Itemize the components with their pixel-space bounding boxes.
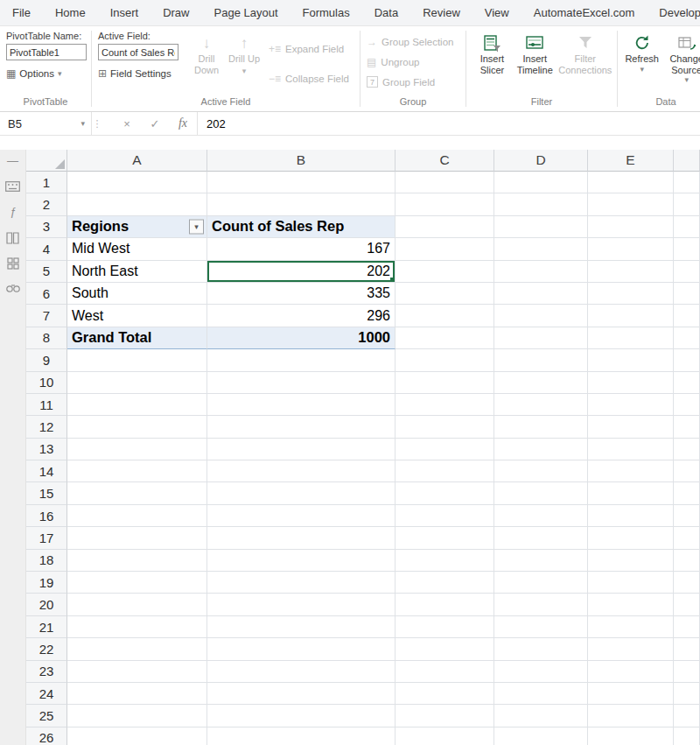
cell-C3[interactable] <box>396 216 494 238</box>
grid-icon[interactable] <box>7 257 19 270</box>
filter-connections-button[interactable]: Filter Connections <box>558 31 612 96</box>
tab-insert[interactable]: Insert <box>98 0 151 25</box>
cell-A8[interactable]: Grand Total <box>67 327 207 349</box>
enter-icon[interactable]: ✓ <box>141 117 169 130</box>
binoculars-icon[interactable] <box>6 283 20 293</box>
row-header-7[interactable]: 7 <box>26 305 67 327</box>
cell-B2[interactable] <box>207 193 396 215</box>
cell-C17[interactable] <box>396 527 494 549</box>
select-all-corner[interactable] <box>26 150 67 172</box>
row-header-11[interactable]: 11 <box>26 394 67 416</box>
cell-E24[interactable] <box>588 683 674 705</box>
cell-A15[interactable] <box>67 482 207 504</box>
column-header-D[interactable]: D <box>494 150 588 172</box>
pivottable-name-input[interactable] <box>6 44 87 60</box>
cell-B4[interactable]: 167 <box>207 238 396 260</box>
cell-A12[interactable] <box>67 416 207 438</box>
cell-D8[interactable] <box>494 327 588 349</box>
row-header-22[interactable]: 22 <box>26 638 67 660</box>
row-header-4[interactable]: 4 <box>26 238 67 260</box>
cell-E23[interactable] <box>588 661 674 683</box>
tab-file[interactable]: File <box>0 0 43 25</box>
cell-partial19[interactable] <box>674 572 700 594</box>
cell-B12[interactable] <box>207 416 396 438</box>
cell-A3[interactable]: Regions▾ <box>67 216 207 238</box>
cell-A11[interactable] <box>67 394 207 416</box>
cell-E6[interactable] <box>588 283 674 305</box>
cell-A17[interactable] <box>67 527 207 549</box>
cell-E20[interactable] <box>588 594 674 615</box>
cell-B16[interactable] <box>207 505 396 527</box>
group-selection-button[interactable]: → Group Selection <box>367 32 461 51</box>
cell-B6[interactable]: 335 <box>207 283 396 305</box>
column-header-B[interactable]: B <box>207 150 396 172</box>
tab-developer[interactable]: Developer <box>647 0 700 25</box>
cell-partial13[interactable] <box>674 439 700 460</box>
cell-E2[interactable] <box>588 193 674 215</box>
divider-icon[interactable]: — <box>7 154 18 168</box>
row-header-21[interactable]: 21 <box>26 616 67 638</box>
cell-E5[interactable] <box>588 261 674 283</box>
cell-E9[interactable] <box>588 349 674 371</box>
row-header-6[interactable]: 6 <box>26 283 67 305</box>
cell-partial9[interactable] <box>674 349 700 371</box>
cell-A22[interactable] <box>67 638 207 660</box>
cell-D5[interactable] <box>494 261 588 283</box>
ungroup-button[interactable]: ▤ Ungroup <box>367 53 461 71</box>
cell-D25[interactable] <box>494 705 588 727</box>
cell-E3[interactable] <box>588 216 674 238</box>
cell-partial24[interactable] <box>674 683 700 705</box>
cell-A24[interactable] <box>67 683 207 705</box>
cell-partial5[interactable] <box>674 261 700 283</box>
row-header-9[interactable]: 9 <box>26 349 67 371</box>
cell-C2[interactable] <box>396 193 494 215</box>
field-settings-button[interactable]: ⊞ Field Settings <box>98 65 186 82</box>
filter-dropdown-button[interactable]: ▾ <box>189 219 204 234</box>
cell-D4[interactable] <box>494 238 588 260</box>
cell-E25[interactable] <box>588 705 674 727</box>
cell-E11[interactable] <box>588 394 674 416</box>
cell-D26[interactable] <box>494 727 588 745</box>
row-header-25[interactable]: 25 <box>26 705 67 727</box>
cell-C9[interactable] <box>396 349 494 371</box>
options-button[interactable]: ▦ Options ▾ <box>6 65 87 82</box>
cell-A18[interactable] <box>67 550 207 572</box>
cell-C20[interactable] <box>396 594 494 615</box>
cell-D7[interactable] <box>494 305 588 327</box>
tab-page-layout[interactable]: Page Layout <box>202 0 290 25</box>
cell-partial4[interactable] <box>674 238 700 260</box>
formula-bar-splitter[interactable]: ⋮ <box>92 112 102 135</box>
cell-E18[interactable] <box>588 550 674 572</box>
cell-partial23[interactable] <box>674 661 700 683</box>
cell-D18[interactable] <box>494 550 588 572</box>
cell-C19[interactable] <box>396 572 494 594</box>
tab-automateexcel-com[interactable]: AutomateExcel.com <box>522 0 648 25</box>
cell-partial16[interactable] <box>674 505 700 527</box>
cell-A5[interactable]: North East <box>67 261 207 283</box>
cell-E16[interactable] <box>588 505 674 527</box>
cell-E17[interactable] <box>588 527 674 549</box>
row-header-23[interactable]: 23 <box>26 661 67 683</box>
cell-C16[interactable] <box>396 505 494 527</box>
cell-B7[interactable]: 296 <box>207 305 396 327</box>
cell-B20[interactable] <box>207 594 396 615</box>
cell-D16[interactable] <box>494 505 588 527</box>
cell-B5[interactable]: 202 <box>207 261 396 283</box>
cell-partial1[interactable] <box>674 172 700 193</box>
cell-E13[interactable] <box>588 439 674 460</box>
cell-B1[interactable] <box>207 172 396 193</box>
cell-partial8[interactable] <box>674 327 700 349</box>
row-header-16[interactable]: 16 <box>26 505 67 527</box>
cell-partial22[interactable] <box>674 638 700 660</box>
cell-D22[interactable] <box>494 638 588 660</box>
cell-partial18[interactable] <box>674 550 700 572</box>
insert-slicer-button[interactable]: Insert Slicer <box>472 31 512 96</box>
cell-B10[interactable] <box>207 372 396 394</box>
cell-A23[interactable] <box>67 661 207 683</box>
cell-E14[interactable] <box>588 460 674 482</box>
cell-E19[interactable] <box>588 572 674 594</box>
cell-A14[interactable] <box>67 460 207 482</box>
cell-D14[interactable] <box>494 460 588 482</box>
cell-B24[interactable] <box>207 683 396 705</box>
cell-partial10[interactable] <box>674 372 700 394</box>
